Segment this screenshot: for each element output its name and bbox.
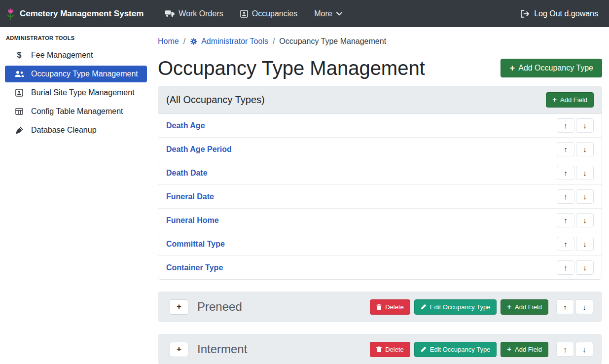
- plus-icon: +: [552, 96, 557, 104]
- field-row: Funeral Home ↑ ↓: [158, 209, 602, 232]
- field-row: Death Age ↑ ↓: [158, 114, 602, 138]
- delete-button[interactable]: Delete: [370, 299, 410, 315]
- sidebar-item-database-cleanup[interactable]: Database Cleanup: [5, 122, 147, 139]
- button-label: Edit Occupancy Type: [430, 346, 491, 353]
- nav-more[interactable]: More: [307, 5, 349, 22]
- card-title: (All Occupancy Types): [166, 94, 265, 106]
- sidebar-item-label: Burial Site Type Management: [31, 88, 135, 97]
- button-label: Add Occupancy Type: [518, 64, 593, 73]
- breadcrumb-administrator-tools[interactable]: Administrator Tools: [190, 37, 268, 46]
- add-field-button[interactable]: + Add Field: [546, 92, 594, 108]
- up-arrow-icon: ↑: [564, 216, 568, 224]
- plus-icon: +: [177, 302, 181, 312]
- add-occupancy-type-button[interactable]: + Add Occupancy Type: [501, 59, 602, 77]
- move-button-group: ↑ ↓: [556, 299, 593, 314]
- title-row: Occupancy Type Management + Add Occupanc…: [158, 56, 602, 80]
- page-title: Occupancy Type Management: [158, 56, 425, 80]
- down-arrow-icon: ↓: [583, 263, 587, 272]
- sidebar-item-label: Occupancy Type Management: [31, 70, 138, 78]
- add-field-button[interactable]: + Add Field: [501, 342, 548, 357]
- delete-button[interactable]: Delete: [370, 342, 410, 357]
- sidebar-item-label: Config Table Management: [31, 107, 123, 116]
- table-icon: [14, 108, 25, 115]
- move-down-button[interactable]: ↓: [576, 166, 594, 180]
- field-row: Funeral Date ↑ ↓: [158, 185, 602, 209]
- move-down-button[interactable]: ↓: [576, 260, 594, 275]
- field-link[interactable]: Death Age: [166, 121, 205, 130]
- trash-icon: [376, 346, 382, 353]
- move-up-button[interactable]: ↑: [556, 299, 574, 314]
- portrait-icon: [240, 10, 248, 18]
- users-icon: [14, 71, 25, 77]
- sidebar-item-occupancy-type-management[interactable]: Occupancy Type Management: [5, 66, 147, 82]
- field-link[interactable]: Funeral Date: [166, 192, 214, 201]
- logout-label: Log Out d.gowans: [534, 9, 598, 18]
- breadcrumb-home[interactable]: Home: [158, 37, 179, 46]
- all-occupancy-types-card: (All Occupancy Types) + Add Field Death …: [158, 86, 602, 280]
- logout-icon: [520, 10, 530, 18]
- truck-icon: [165, 10, 175, 17]
- dollar-icon: $: [14, 51, 25, 60]
- breadcrumb: Home / Administrator Tools / Occupancy T…: [158, 36, 602, 47]
- move-button-group: ↑ ↓: [557, 237, 594, 251]
- move-up-button[interactable]: ↑: [557, 166, 574, 180]
- move-down-button[interactable]: ↓: [576, 142, 594, 156]
- move-up-button[interactable]: ↑: [557, 237, 574, 251]
- move-down-button[interactable]: ↓: [576, 118, 594, 133]
- plus-icon: +: [509, 64, 515, 73]
- sidebar-item-fee-management[interactable]: $ Fee Management: [5, 47, 147, 64]
- field-row: Committal Type ↑ ↓: [158, 232, 602, 256]
- add-field-button[interactable]: + Add Field: [501, 299, 548, 315]
- move-up-button[interactable]: ↑: [557, 260, 574, 275]
- app-brand[interactable]: Cemetery Management System: [6, 7, 143, 21]
- occupancy-type-section-interment: + Interment Delete: [158, 334, 602, 364]
- move-up-button[interactable]: ↑: [556, 342, 574, 357]
- move-down-button[interactable]: ↓: [576, 213, 594, 227]
- move-up-button[interactable]: ↑: [557, 213, 574, 227]
- sidebar-item-label: Database Cleanup: [31, 126, 97, 135]
- top-navbar: Cemetery Management System Work Orders: [0, 0, 609, 27]
- button-label: Add Field: [515, 346, 542, 353]
- breadcrumb-label: Administrator Tools: [201, 37, 268, 46]
- nav-work-orders[interactable]: Work Orders: [158, 5, 230, 22]
- move-up-button[interactable]: ↑: [557, 142, 574, 156]
- move-down-button[interactable]: ↓: [576, 237, 594, 251]
- sidebar-item-label: Fee Management: [31, 51, 93, 60]
- field-link[interactable]: Funeral Home: [166, 216, 219, 225]
- sidebar-item-config-table-management[interactable]: Config Table Management: [5, 103, 147, 120]
- broom-icon: [14, 126, 25, 134]
- plus-icon: +: [177, 344, 181, 354]
- field-row: Death Date ↑ ↓: [158, 161, 602, 185]
- move-up-button[interactable]: ↑: [557, 118, 574, 133]
- move-down-button[interactable]: ↓: [576, 189, 594, 204]
- field-link[interactable]: Death Age Period: [166, 145, 232, 154]
- move-down-button[interactable]: ↓: [575, 342, 593, 357]
- move-down-button[interactable]: ↓: [575, 299, 593, 314]
- down-arrow-icon: ↓: [582, 303, 586, 311]
- move-button-group: ↑ ↓: [557, 213, 594, 227]
- breadcrumb-separator: /: [183, 37, 185, 46]
- pencil-icon: [421, 346, 427, 352]
- field-link[interactable]: Committal Type: [166, 240, 225, 249]
- field-link[interactable]: Container Type: [166, 263, 223, 272]
- logout-button[interactable]: Log Out d.gowans: [520, 9, 598, 18]
- up-arrow-icon: ↑: [564, 121, 568, 130]
- button-label: Add Field: [515, 303, 542, 311]
- plus-icon: +: [507, 303, 511, 311]
- expand-button[interactable]: +: [170, 299, 188, 315]
- nav-label: Work Orders: [179, 9, 223, 18]
- occupancy-type-name: Preneed: [197, 298, 242, 315]
- field-link[interactable]: Death Date: [166, 169, 208, 178]
- nav-occupancies[interactable]: Occupancies: [233, 5, 305, 22]
- sidebar: ADMINISTRATOR TOOLS $ Fee Management Occ…: [0, 27, 152, 364]
- expand-button[interactable]: +: [170, 342, 188, 357]
- down-arrow-icon: ↓: [583, 216, 587, 224]
- field-row: Death Age Period ↑ ↓: [158, 138, 602, 161]
- up-arrow-icon: ↑: [563, 303, 567, 311]
- move-button-group: ↑ ↓: [557, 142, 594, 156]
- edit-occupancy-type-button[interactable]: Edit Occupancy Type: [414, 342, 497, 357]
- edit-occupancy-type-button[interactable]: Edit Occupancy Type: [414, 299, 497, 315]
- move-up-button[interactable]: ↑: [557, 189, 574, 204]
- sidebar-item-burial-site-type-management[interactable]: Burial Site Type Management: [5, 84, 147, 101]
- nav-label: More: [314, 9, 332, 18]
